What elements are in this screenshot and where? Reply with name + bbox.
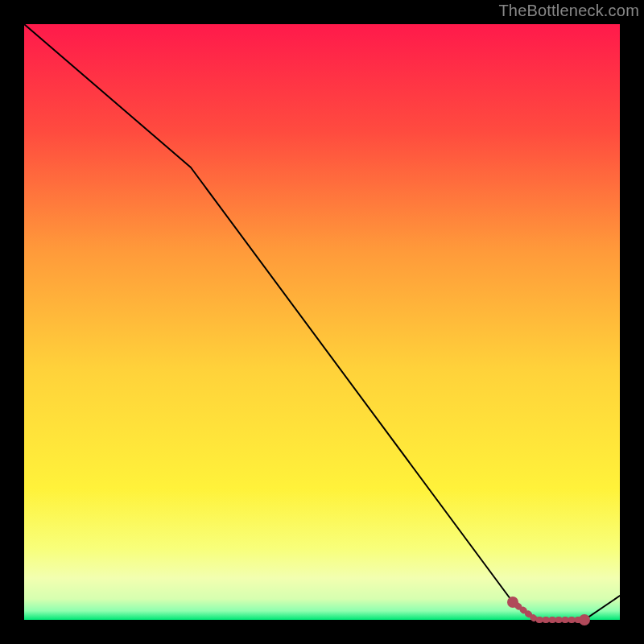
bottleneck-chart <box>0 0 644 644</box>
chart-container: TheBottleneck.com <box>0 0 644 644</box>
highlight-point-start <box>507 597 518 608</box>
highlight-point-end <box>579 614 590 625</box>
watermark-text: TheBottleneck.com <box>498 2 639 20</box>
chart-heat-background <box>24 24 620 620</box>
